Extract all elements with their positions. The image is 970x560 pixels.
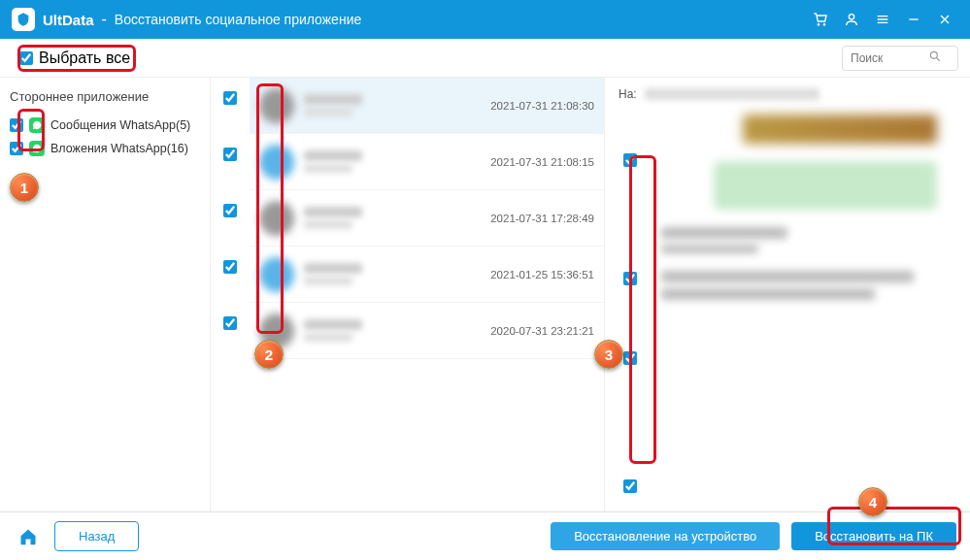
back-button[interactable]: Назад — [54, 521, 139, 551]
conv-text — [304, 94, 483, 116]
conv-time: 2021-01-25 15:36:51 — [490, 269, 594, 280]
detail-to-row: На: — [619, 87, 956, 101]
search-icon — [928, 49, 942, 67]
minimize-icon[interactable] — [900, 6, 927, 33]
message-text[interactable] — [661, 227, 956, 253]
conversation-row[interactable]: 2021-07-31 21:08:30 — [250, 78, 604, 134]
select-all-checkbox[interactable] — [19, 51, 33, 65]
app-title: UltData — [43, 12, 94, 28]
conv-time: 2021-07-31 17:28:49 — [490, 213, 594, 224]
annotation-badge-4: 4 — [858, 487, 887, 516]
conversation-list: 2021-07-31 21:08:30 2021-07-31 21:08:15 … — [250, 78, 604, 511]
close-icon[interactable] — [931, 6, 958, 33]
annotation-badge-3: 3 — [594, 340, 623, 369]
msg-checkbox[interactable] — [623, 272, 637, 285]
conv-checkbox[interactable] — [223, 316, 237, 330]
conversation-row[interactable]: 2020-07-31 23:21:21 — [250, 303, 604, 359]
avatar — [259, 88, 294, 123]
message-image[interactable] — [743, 115, 937, 144]
avatar — [259, 145, 294, 180]
conv-checkbox[interactable] — [223, 260, 237, 274]
sidebar-checkbox[interactable] — [10, 118, 23, 132]
conversation-row[interactable]: 2021-01-25 15:36:51 — [250, 247, 604, 303]
annotation-badge-2: 2 — [254, 340, 284, 369]
detail-to-value — [645, 88, 819, 100]
sidebar-item-label: Вложения WhatsApp(16) — [50, 142, 188, 155]
detail-column: На: — [605, 78, 970, 511]
app-logo — [12, 8, 35, 31]
user-icon[interactable] — [838, 6, 865, 33]
message-text[interactable] — [661, 271, 956, 300]
conv-text — [304, 319, 483, 342]
conv-time: 2021-07-31 21:08:15 — [490, 156, 594, 168]
conversation-column: 2021-07-31 21:08:30 2021-07-31 21:08:15 … — [211, 78, 605, 511]
msg-checkbox[interactable] — [623, 351, 637, 365]
search-input[interactable] — [851, 51, 928, 65]
conv-checkbox[interactable] — [223, 148, 237, 161]
sidebar-item-label: Сообщения WhatsApp(5) — [50, 118, 190, 132]
main: Стороннее приложение Сообщения WhatsApp(… — [0, 78, 970, 511]
conv-checkbox[interactable] — [223, 204, 237, 217]
conversation-check-strip — [211, 78, 250, 511]
svg-point-0 — [849, 15, 853, 19]
title-sep: - — [102, 11, 107, 28]
annotation-badge-1: 1 — [10, 173, 39, 202]
whatsapp-icon — [29, 141, 45, 156]
sidebar-item-attachments[interactable]: Вложения WhatsApp(16) — [10, 137, 200, 160]
menu-icon[interactable] — [869, 6, 896, 33]
message-check-strip — [619, 115, 642, 493]
home-button[interactable] — [14, 522, 43, 551]
svg-point-1 — [930, 51, 937, 58]
select-all[interactable]: Выбрать все — [12, 47, 138, 70]
avatar — [259, 201, 294, 236]
toolbar: Выбрать все — [0, 39, 970, 78]
conversation-row[interactable]: 2021-07-31 21:08:15 — [250, 134, 604, 190]
sidebar-checkbox[interactable] — [10, 142, 23, 155]
avatar — [259, 257, 294, 292]
msg-checkbox[interactable] — [623, 153, 637, 167]
restore-device-button[interactable]: Восстановление на устройство — [551, 522, 780, 550]
msg-checkbox[interactable] — [623, 479, 637, 493]
detail-to-label: На: — [619, 87, 637, 101]
sidebar-heading: Стороннее приложение — [10, 89, 200, 104]
conv-checkbox[interactable] — [223, 91, 237, 105]
sidebar: Стороннее приложение Сообщения WhatsApp(… — [0, 78, 211, 511]
whatsapp-icon — [29, 117, 45, 133]
footer: Назад Восстановление на устройство Восст… — [0, 511, 970, 560]
select-all-label: Выбрать все — [39, 49, 130, 67]
sidebar-item-messages[interactable]: Сообщения WhatsApp(5) — [10, 114, 200, 137]
app-subtitle: Восстановить социальное приложение — [115, 12, 361, 27]
search-box[interactable] — [842, 46, 958, 71]
titlebar: UltData - Восстановить социальное прилож… — [0, 0, 970, 39]
conversation-row[interactable]: 2021-07-31 17:28:49 — [250, 190, 604, 247]
conv-text — [304, 263, 483, 285]
message-bubble[interactable] — [714, 161, 937, 210]
conv-time: 2021-07-31 21:08:30 — [490, 100, 594, 112]
message-list — [652, 115, 956, 493]
cart-icon[interactable] — [807, 6, 834, 33]
conv-text — [304, 207, 483, 229]
conv-time: 2020-07-31 23:21:21 — [490, 325, 594, 337]
conv-text — [304, 150, 483, 173]
restore-pc-button[interactable]: Восстановить на ПК — [791, 522, 956, 550]
